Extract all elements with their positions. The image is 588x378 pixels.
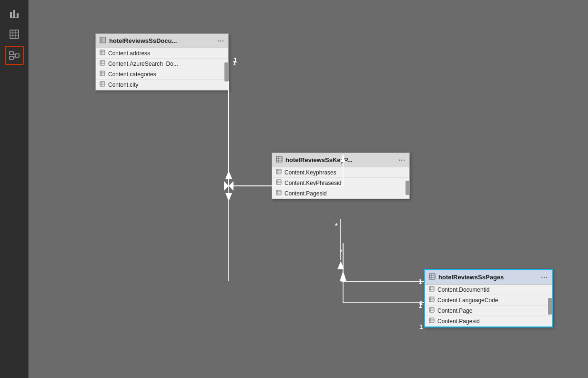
table-row: Content.LanguageCode [425, 295, 552, 306]
svg-rect-28 [100, 50, 105, 55]
svg-rect-0 [10, 12, 12, 18]
svg-marker-86 [337, 261, 344, 269]
table-row: Content.Pagesid [272, 188, 409, 199]
table-row: Content.city [96, 80, 228, 90]
table-header-pages: hotelReviewsSsPages ··· [425, 270, 552, 285]
svg-marker-22 [224, 181, 229, 191]
col-name: Content.categories [108, 71, 156, 78]
col-name: Content.city [108, 82, 138, 88]
table-icon-keyp [276, 156, 283, 164]
svg-rect-72 [429, 307, 434, 312]
col-name: Content.AzureSearch_Do... [108, 61, 178, 67]
svg-marker-82 [225, 171, 232, 179]
svg-rect-56 [276, 190, 281, 195]
svg-rect-1 [13, 10, 15, 18]
table-row: Content.Documentid [425, 285, 552, 295]
row-icon [429, 296, 435, 304]
row-icon [429, 317, 435, 325]
svg-rect-52 [276, 180, 281, 184]
row-icon [276, 169, 282, 176]
table-title-keyp: hotelReviewsSsKeyP... [285, 156, 353, 163]
svg-rect-40 [100, 82, 105, 86]
col-name: Content.Pagesid [437, 318, 480, 325]
table-header-docu: hotelReviewsSsDocu... ··· [96, 34, 228, 48]
table-card-hotel-reviews-pages: hotelReviewsSsPages ··· Content.Document… [424, 269, 553, 327]
table-icon-docu [100, 37, 106, 45]
svg-rect-68 [429, 297, 434, 302]
row-icon [276, 190, 282, 197]
svg-rect-2 [17, 13, 19, 18]
svg-rect-9 [10, 51, 13, 55]
table-header-left-docu: hotelReviewsSsDocu... [100, 37, 177, 45]
svg-rect-32 [100, 61, 105, 65]
table-header-keyp: hotelReviewsSsKeyP... ··· [272, 153, 409, 167]
table-header-left-keyp: hotelReviewsSsKeyP... [276, 156, 353, 164]
rel-number-1b: 1 [418, 302, 422, 309]
row-icon [429, 307, 435, 314]
rel-label-star: * [340, 248, 342, 255]
table-row: Content.Keyphrases [272, 167, 409, 178]
table-title-pages: hotelReviewsSsPages [438, 274, 504, 281]
svg-marker-20 [340, 271, 346, 281]
table-row: Content.Page [425, 306, 552, 316]
row-icon [100, 81, 105, 88]
row-icon [429, 286, 435, 293]
row-icon [100, 50, 105, 57]
col-name: Content.Page [437, 307, 472, 314]
svg-rect-10 [10, 56, 13, 60]
svg-rect-4 [10, 30, 19, 39]
svg-marker-23 [229, 181, 233, 191]
rel-label-2b: 1 [419, 323, 423, 330]
table-more-pages[interactable]: ··· [541, 274, 548, 281]
row-icon [100, 71, 105, 78]
table-card-hotel-reviews-keyp: hotelReviewsSsKeyP... ··· Content.Keyphr… [272, 153, 410, 199]
table-row: Content.KeyPhrasesid [272, 178, 409, 188]
table-icon-pages [429, 273, 436, 281]
col-name: Content.address [108, 50, 150, 57]
canvas: 1 * 1 1 hotelReviewsSsDocu... ··· [29, 0, 588, 378]
table-row: Content.AzureSearch_Do... [96, 59, 228, 69]
table-header-left-pages: hotelReviewsSsPages [429, 273, 504, 281]
table-title-docu: hotelReviewsSsDocu... [109, 37, 177, 44]
table-more-docu[interactable]: ··· [217, 37, 224, 45]
sidebar [0, 0, 29, 378]
sidebar-btn-bar-chart[interactable] [5, 4, 24, 23]
rel-number-star: * [335, 222, 337, 229]
svg-rect-48 [276, 169, 281, 174]
svg-rect-36 [100, 71, 105, 76]
table-more-keyp[interactable]: ··· [398, 156, 406, 164]
table-row: Content.address [96, 48, 228, 59]
col-name: Content.Pagesid [284, 190, 327, 197]
sidebar-btn-table-grid[interactable] [5, 25, 24, 44]
svg-marker-83 [225, 193, 232, 201]
sidebar-btn-relationships[interactable] [5, 46, 24, 65]
svg-rect-11 [15, 54, 19, 57]
rel-number-1: 1 [233, 56, 237, 64]
svg-rect-60 [429, 274, 435, 279]
col-name: Content.Documentid [437, 286, 489, 293]
row-icon [100, 60, 105, 67]
svg-rect-64 [429, 286, 434, 291]
table-row: Content.categories [96, 69, 228, 80]
scrollbar-thumb-keyp[interactable] [406, 181, 409, 195]
scrollbar-thumb-pages[interactable] [548, 298, 552, 315]
svg-rect-24 [100, 37, 106, 43]
svg-rect-76 [429, 318, 434, 323]
col-name: Content.KeyPhrasesid [284, 180, 341, 186]
rel-number-1a: 1 [418, 278, 422, 286]
table-row: Content.Pagesid [425, 316, 552, 327]
svg-rect-44 [276, 156, 282, 162]
col-name: Content.Keyphrases [284, 169, 336, 176]
scrollbar-thumb-docu[interactable] [224, 62, 228, 82]
table-card-hotel-reviews-docu: hotelReviewsSsDocu... ··· Content.addres… [95, 33, 229, 91]
row-icon [276, 179, 282, 186]
col-name: Content.LanguageCode [437, 297, 498, 304]
